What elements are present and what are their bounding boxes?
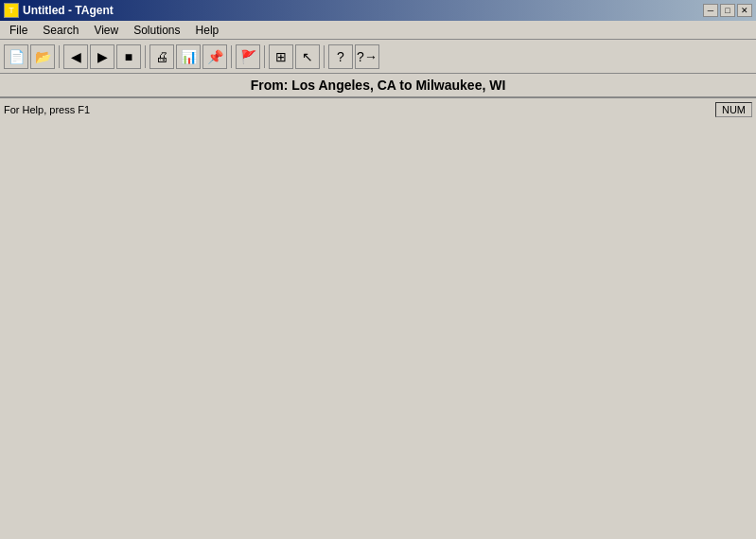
toolbar-cursor[interactable]: ↖ — [295, 44, 320, 69]
toolbar-help2[interactable]: ?→ — [355, 44, 379, 69]
menu-search[interactable]: Search — [35, 22, 86, 39]
status-right: NUM — [715, 102, 752, 117]
app-icon: T — [4, 3, 19, 18]
menu-bar: File Search View Solutions Help — [0, 21, 756, 40]
toolbar-chart[interactable]: 📊 — [176, 44, 201, 69]
toolbar-flag[interactable]: 🚩 — [236, 44, 260, 69]
help-text: For Help, press F1 — [4, 104, 90, 115]
minimize-button[interactable]: ─ — [703, 4, 718, 17]
toolbar-sep2 — [145, 45, 146, 68]
status-bar: For Help, press F1 NUM — [0, 97, 756, 120]
toolbar-sep1 — [59, 45, 60, 68]
toolbar-print[interactable]: 🖨 — [149, 44, 174, 69]
toolbar-grid[interactable]: ⊞ — [269, 44, 293, 69]
toolbar-new[interactable]: 📄 — [4, 44, 28, 69]
close-button[interactable]: ✕ — [737, 4, 752, 17]
toolbar-pin[interactable]: 📌 — [202, 44, 227, 69]
toolbar-forward[interactable]: ▶ — [90, 44, 114, 69]
toolbar-sep5 — [324, 45, 325, 68]
toolbar-sep3 — [231, 45, 232, 68]
num-indicator: NUM — [715, 102, 752, 117]
toolbar-help[interactable]: ? — [328, 44, 353, 69]
toolbar-stop[interactable]: ■ — [116, 44, 141, 69]
window-title: Untitled - TAgent — [23, 4, 114, 17]
window-controls: ─ □ ✕ — [703, 4, 752, 17]
menu-view[interactable]: View — [86, 22, 126, 39]
toolbar: 📄 📂 ◀ ▶ ■ 🖨 📊 📌 🚩 ⊞ ↖ ? ?→ — [0, 40, 756, 74]
route-title: From: Los Angeles, CA to Milwaukee, WI — [0, 74, 756, 97]
title-bar: T Untitled - TAgent ─ □ ✕ — [0, 0, 756, 21]
toolbar-sep4 — [264, 45, 265, 68]
toolbar-open[interactable]: 📂 — [30, 44, 55, 69]
maximize-button[interactable]: □ — [720, 4, 735, 17]
menu-file[interactable]: File — [2, 22, 35, 39]
toolbar-back[interactable]: ◀ — [63, 44, 88, 69]
menu-help[interactable]: Help — [188, 22, 227, 39]
menu-solutions[interactable]: Solutions — [126, 22, 187, 39]
